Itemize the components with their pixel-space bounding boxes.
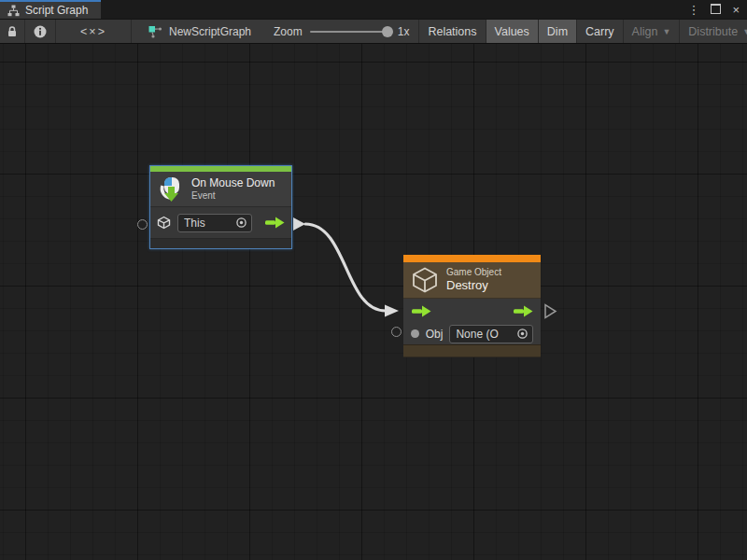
lock-button[interactable]: [0, 20, 25, 43]
object-picker-icon[interactable]: [516, 328, 529, 340]
node-accent-bar: [403, 255, 541, 262]
destroy-obj-port[interactable]: [391, 327, 402, 337]
obj-input-row: Obj None (O: [403, 323, 541, 344]
target-value-field[interactable]: This: [177, 214, 252, 232]
chevron-down-icon: ▼: [742, 27, 747, 36]
obj-label: Obj: [426, 328, 444, 341]
object-picker-icon[interactable]: [235, 217, 247, 229]
info-icon: [34, 25, 47, 38]
distribute-label: Distribute: [688, 25, 738, 38]
title-bar-spacer: [101, 0, 687, 19]
connections-layer: [0, 44, 747, 560]
toolbar: <×> NewScriptGraph Zoom 1x Relations Val…: [0, 20, 747, 44]
align-dropdown: Align ▼: [624, 20, 681, 43]
flow-connection-wire[interactable]: [305, 224, 386, 311]
destroy-exit-port-triangle[interactable]: [545, 305, 556, 318]
title-bar: Script Graph ⋮ ×: [0, 0, 747, 20]
graph-hierarchy-icon: [7, 5, 20, 17]
obj-value-text: None (O: [456, 328, 513, 341]
window-controls: ⋮ ×: [687, 0, 747, 19]
node-destroy[interactable]: Game Object Destroy Obj: [403, 255, 541, 357]
mouse-down-event-icon: [158, 176, 184, 203]
info-button[interactable]: [25, 20, 56, 43]
toolbar-left-group: <×> NewScriptGraph: [0, 20, 264, 43]
chevron-down-icon: ▼: [662, 27, 670, 36]
tab-title: Script Graph: [25, 4, 88, 17]
game-object-cube-icon: [411, 266, 439, 294]
node-on-mouse-down[interactable]: On Mouse Down Event This: [149, 165, 292, 249]
values-button[interactable]: Values: [486, 20, 539, 43]
node-title: Destroy: [446, 278, 501, 293]
tab-script-graph[interactable]: Script Graph: [0, 0, 101, 19]
game-object-cube-icon: [157, 216, 171, 230]
distribute-dropdown: Distribute ▼: [680, 20, 747, 43]
flow-input-port-arrow[interactable]: [411, 305, 431, 317]
zoom-control: Zoom 1x: [264, 20, 418, 43]
node-header: Game Object Destroy: [403, 262, 541, 299]
node-body: Obj None (O: [403, 299, 541, 344]
script-graph-window: Script Graph ⋮ × <×>: [0, 0, 747, 560]
node-subtitle: Event: [191, 190, 275, 203]
maximize-icon[interactable]: [711, 4, 721, 16]
on-mouse-down-target-port[interactable]: [137, 219, 148, 230]
zoom-value: 1x: [398, 25, 410, 38]
wire-start-arrow-icon: [293, 217, 305, 231]
graph-name-label: NewScriptGraph: [169, 25, 251, 38]
graph-canvas[interactable]: On Mouse Down Event This: [0, 44, 747, 560]
preview-code-button[interactable]: <×>: [56, 20, 132, 43]
node-footer: [150, 239, 291, 248]
align-label: Align: [632, 25, 658, 38]
obj-value-field[interactable]: None (O: [449, 325, 533, 343]
menu-icon[interactable]: ⋮: [687, 4, 699, 16]
carry-button[interactable]: Carry: [577, 20, 624, 43]
dim-button[interactable]: Dim: [539, 20, 577, 43]
node-footer: [403, 344, 541, 357]
lock-icon: [7, 25, 18, 37]
zoom-slider[interactable]: [310, 31, 390, 33]
value-port-dot[interactable]: [411, 329, 419, 338]
node-body: This: [150, 207, 291, 239]
zoom-label: Zoom: [274, 25, 303, 38]
close-icon[interactable]: ×: [732, 4, 740, 16]
script-graph-asset-icon: [148, 24, 162, 38]
node-header: On Mouse Down Event: [150, 172, 291, 207]
flow-output-port-arrow[interactable]: [513, 305, 533, 317]
target-value-text: This: [184, 217, 232, 230]
node-category: Game Object: [446, 267, 501, 279]
flow-ports-row: [403, 299, 541, 323]
graph-asset-button[interactable]: NewScriptGraph: [132, 20, 264, 43]
relations-button[interactable]: Relations: [419, 20, 486, 43]
zoom-slider-handle[interactable]: [382, 26, 393, 37]
flow-output-port-arrow[interactable]: [264, 217, 285, 229]
node-title: On Mouse Down: [191, 176, 275, 190]
